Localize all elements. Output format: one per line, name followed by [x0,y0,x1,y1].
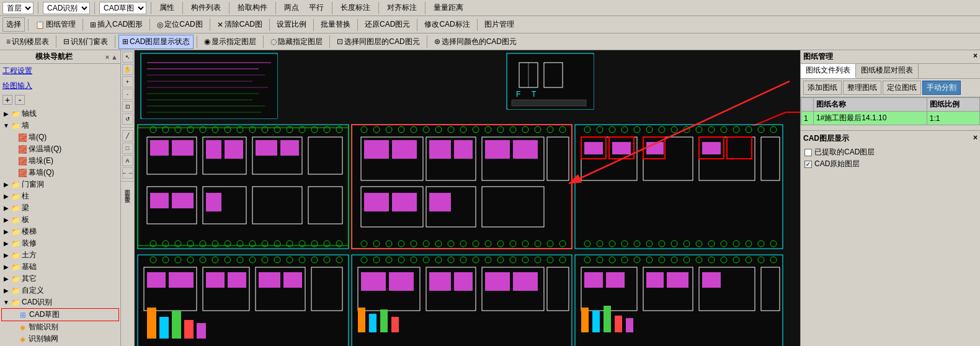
add-module-btn[interactable]: + [2,95,12,105]
svg-rect-111 [392,193,417,211]
lv-btn-select[interactable]: ↖ [122,51,133,63]
tree-item-cad-draft[interactable]: ⊞ CAD草图 [1,308,119,321]
property-btn[interactable]: 属性 [156,1,178,15]
restore-cad-btn[interactable]: 还原CAD图元 [361,17,414,32]
sidebar-section-drawing: 绘图输入 [0,79,120,94]
hide-specified-layer-btn[interactable]: ◌ 隐藏指定图层 [267,35,326,49]
lv-btn-dim[interactable]: ←→ [122,167,133,179]
tree-item-door-window[interactable]: ▶ 📁 门窗洞 [1,179,119,190]
identify-floors-btn[interactable]: ≡ 识别楼层表 [2,35,53,49]
drawing-input-link[interactable]: 绘图输入 [2,80,118,92]
tab-layer-mapping[interactable]: 图纸楼层对照表 [856,64,919,78]
locate-icon: ◎ [157,20,163,29]
tree-item-column[interactable]: ▶ 📁 柱 [1,190,119,202]
image-manage-btn[interactable]: 图片管理 [481,17,518,32]
manual-split-btn[interactable]: 手动分割 [922,81,961,95]
cad-recognize-select[interactable]: CAD识别 [43,2,90,14]
parallel-btn[interactable]: 平行 [305,1,327,15]
tree-item-wall-pier[interactable]: 🧱 墙垛(E) [1,155,119,167]
svg-rect-272 [604,306,611,332]
main-layout: 模块导航栏 × ▲ 工程设置 绘图输入 + - ▶ 📁 轴线 ▼ 📁 墙 [0,50,980,346]
tree-item-recognize-axis[interactable]: ◈ 识别轴网 [1,333,119,345]
tree-item-beam[interactable]: ▶ 📁 梁 [1,202,119,214]
tree-item-decoration[interactable]: ▶ 📁 装修 [1,237,119,249]
checkbox-original[interactable]: ✓ [804,161,812,168]
tree-item-other[interactable]: ▶ 📁 其它 [1,273,119,285]
align-mark-btn[interactable]: 对齐标注 [383,1,421,15]
floor-dropdown-group[interactable]: 首层 [2,2,33,14]
lv-btn-text[interactable]: A [122,155,133,166]
tree-label-other: 其它 [22,273,37,284]
clear-cad-btn[interactable]: ✕ 清除CAD图 [213,17,266,32]
batch-replace-btn[interactable]: 批量替换 [317,17,354,32]
lv-btn-rotate[interactable]: ↺ [122,113,133,125]
cad-layer-close-btn[interactable]: × [973,133,978,144]
sidebar-section-engineering: 工程设置 [0,64,120,79]
tree-item-axis[interactable]: ▶ 📁 轴线 [1,108,119,120]
lv-btn-line[interactable]: ╱ [122,130,133,141]
quantity-distance-btn[interactable]: 量量距离 [430,1,467,15]
item-icon-curtain-wall: 🧱 [17,168,27,178]
cad-recognize-group[interactable]: CAD识别 [43,2,90,14]
lv-separator [121,127,134,128]
right-panel-close-btn[interactable]: × [973,51,978,62]
lv-label-nonstandard: 非标 [122,188,133,190]
identify-doors-btn[interactable]: ⊟ 识别门窗表 [60,35,112,49]
organize-drawing-btn[interactable]: 整理图纸 [843,81,881,95]
folder-icon-column: 📁 [11,192,20,202]
tree-item-smart-recognize[interactable]: ◈ 智能识别 [1,321,119,333]
canvas-area[interactable]: F T [135,50,800,346]
checkbox-extracted[interactable] [804,149,812,156]
length-mark-btn[interactable]: 长度标注 [337,1,374,15]
tree-item-insulation-wall[interactable]: 🧱 保温墙(Q) [1,143,119,155]
cad-layer-status-btn[interactable]: ⊞ CAD图层显示状态 [118,35,194,49]
lv-btn-pan[interactable]: ✋ [122,64,133,75]
sep16 [357,19,358,31]
tree-item-earthwork[interactable]: ▶ 📁 土方 [1,249,119,261]
select-btn[interactable]: 选择 [2,17,25,32]
lv-btn-zoom-all[interactable]: ⊡ [122,101,133,112]
tree-arrow-staircase: ▶ [2,228,10,236]
tree-item-custom[interactable]: ▶ 📁 自定义 [1,285,119,296]
cad-draft-select[interactable]: CAD草图 [99,2,146,14]
tree-item-wall-q[interactable]: 🧱 墙(Q) [1,131,119,143]
lv-btn-zoom-in[interactable]: + [122,76,133,87]
tree-item-cad-recognize[interactable]: ▼ 📁 CAD识别 [1,296,119,308]
member-list-btn[interactable]: 构件列表 [187,1,225,15]
cad-layer-original[interactable]: ✓ CAD原始图层 [803,158,978,170]
modify-cad-mark-btn[interactable]: 修改CAD标注 [421,17,473,32]
tree-item-slab[interactable]: ▶ 📁 板 [1,214,119,226]
set-scale-btn[interactable]: 设置比例 [273,17,310,32]
tree-label-insulation-wall: 保温墙(Q) [29,144,61,154]
tree-arrow-cad-recognize: ▼ [2,299,10,306]
table-row-1[interactable]: 1 1#施工图最后14.1.10 1:1 [801,112,980,125]
sidebar-close-btn[interactable]: × ▲ [105,53,118,61]
lv-btn-rect[interactable]: □ [122,143,133,154]
insert-cad-btn[interactable]: ⊞ 插入CAD图形 [86,17,146,32]
locate-drawing-btn[interactable]: 定位图纸 [883,81,921,95]
pickup-btn[interactable]: 拾取构件 [234,1,271,15]
svg-rect-202 [228,272,246,288]
select-same-layer-btn[interactable]: ⊡ 选择同图层的CAD图元 [333,35,423,49]
right-panel-title: 图纸管理 × [801,50,980,64]
cad-draft-group[interactable]: CAD草图 [99,2,146,14]
drawing-manage-btn[interactable]: 📋 图纸管理 [32,17,79,32]
tree-item-wall[interactable]: ▼ 📁 墙 [1,120,119,131]
remove-module-btn[interactable]: - [15,95,25,105]
tree-arrow-beam: ▶ [2,205,10,212]
tree-item-foundation[interactable]: ▶ 📁 基础 [1,261,119,273]
tree-item-curtain-wall[interactable]: 🧱 幕墙(Q) [1,167,119,179]
two-point-btn[interactable]: 两点 [280,1,303,15]
cad-layer-extracted[interactable]: 已提取的CAD图层 [803,146,978,158]
tree-label-wall-q: 墙(Q) [29,132,47,143]
show-specified-layer-btn[interactable]: ◉ 显示指定图层 [200,35,260,49]
tab-file-list[interactable]: 图纸文件列表 [801,64,856,78]
locate-cad-btn[interactable]: ◎ 定位CAD图 [153,17,206,32]
add-drawing-btn[interactable]: 添加图纸 [803,81,842,95]
tree-item-staircase[interactable]: ▶ 📁 楼梯 [1,226,119,237]
floor-select[interactable]: 首层 [2,2,33,14]
svg-rect-268 [667,272,688,288]
engineering-settings-link[interactable]: 工程设置 [2,65,118,77]
lv-btn-zoom-out[interactable]: - [122,89,133,100]
select-same-color-btn[interactable]: ⊛ 选择同颜色的CAD图元 [430,35,520,49]
